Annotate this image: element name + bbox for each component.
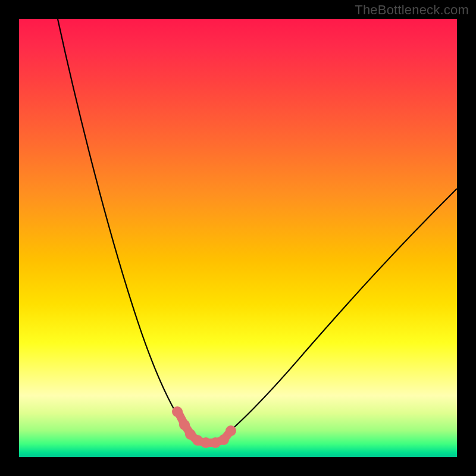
curve-layer <box>19 19 457 457</box>
marker-dot <box>172 406 183 417</box>
marker-dot <box>201 437 211 448</box>
marker-dot <box>179 419 190 430</box>
marker-dot <box>226 425 236 436</box>
chart-container: TheBottleneck.com <box>0 0 476 476</box>
curve-left-branch <box>58 19 200 441</box>
watermark-text: TheBottleneck.com <box>355 2 469 18</box>
plot-area <box>19 19 457 457</box>
curve-right-branch <box>221 189 457 439</box>
valley-markers <box>172 406 236 448</box>
marker-dot <box>218 434 229 445</box>
